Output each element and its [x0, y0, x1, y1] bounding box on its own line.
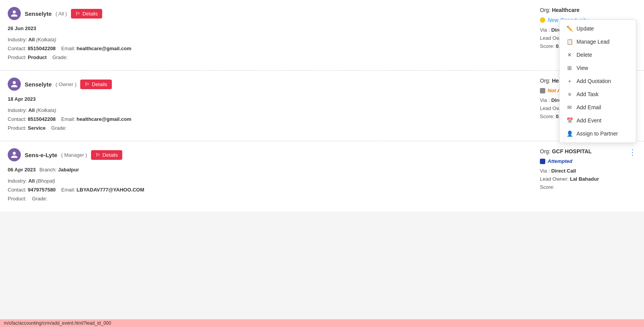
dropdown-add-event[interactable]: 📅 Add Event: [560, 114, 636, 127]
score-row: Score:: [540, 184, 636, 190]
lead-role: ( Owner ): [56, 81, 76, 87]
person-icon: 👤: [566, 130, 573, 137]
details-icon: 🏳: [96, 152, 101, 158]
lead-date: 26 Jun 2023: [8, 25, 528, 31]
dropdown-add-task[interactable]: ≡ Add Task: [560, 88, 636, 101]
lead-card-left: Senselyte ( Owner ) 🏳 Details 18 Apr 202…: [8, 78, 528, 134]
owner-row: Lead Owner: Lal Bahadur: [540, 176, 636, 182]
avatar: [8, 7, 21, 20]
lead-contact: Contact: 8515042208 Email: healthcare@gm…: [8, 46, 528, 51]
dropdown-delete[interactable]: ✕ Delete: [560, 48, 636, 61]
dropdown-add-quotation[interactable]: + Add Quotation: [560, 75, 636, 88]
via-row: Via : Direct Call: [540, 168, 636, 174]
lead-industry: Industry: All (Kolkata): [8, 37, 528, 42]
lead-date: 18 Apr 2023: [8, 96, 528, 102]
dropdown-add-email[interactable]: ✉ Add Email: [560, 101, 636, 114]
status-dot: [540, 17, 545, 23]
grid-icon: ⊞: [566, 65, 573, 71]
three-dots-menu-button[interactable]: ⋮: [626, 147, 639, 157]
details-button[interactable]: 🏳 Details: [80, 80, 112, 89]
lead-branch: Branch: Jabalpur: [39, 167, 79, 173]
lead-card-right: Org: GCF HOSPITAL Attempted Via : Direct…: [528, 148, 636, 192]
event-icon: 📅: [566, 117, 573, 124]
details-icon: 🏳: [76, 11, 81, 17]
org-name: Org: GCF HOSPITAL: [540, 148, 636, 154]
lead-card: Senselyte ( Owner ) 🏳 Details 18 Apr 202…: [0, 71, 644, 141]
email-icon: ✉: [566, 104, 573, 110]
lead-card: Sens-e-Lyte ( Manager ) 🏳 Details 06 Apr…: [0, 141, 644, 212]
org-name: Org: Healthcare: [540, 7, 636, 13]
details-icon: 🏳: [85, 81, 90, 87]
avatar: [8, 148, 21, 161]
avatar: [8, 78, 21, 91]
lead-name: Senselyte: [25, 81, 52, 88]
lead-name: Sens-e-Lyte: [25, 152, 57, 158]
dropdown-update[interactable]: ✏️ Update: [560, 22, 636, 35]
lead-industry: Industry: All (Kolkata): [8, 107, 528, 113]
task-icon: ≡: [566, 91, 573, 97]
status-dot: [540, 88, 545, 93]
dropdown-assign-partner[interactable]: 👤 Assign to Partner: [560, 127, 636, 140]
lead-card-left: Sens-e-Lyte ( Manager ) 🏳 Details 06 Apr…: [8, 148, 528, 205]
dropdown-manage-lead[interactable]: 📋 Manage Lead: [560, 35, 636, 48]
dropdown-view[interactable]: ⊞ View: [560, 61, 636, 75]
lead-list: Senselyte ( All ) 🏳 Details 26 Jun 2023 …: [0, 0, 644, 212]
lead-product: Product: Service Grade:: [8, 125, 528, 131]
lead-contact: Contact: 8515042208 Email: healthcare@gm…: [8, 116, 528, 122]
details-button[interactable]: 🏳 Details: [71, 9, 103, 19]
delete-icon: ✕: [566, 52, 573, 58]
calendar-icon: 📋: [566, 39, 573, 45]
lead-contact: Contact: 9479757580 Email: LBYADAV777@YA…: [8, 187, 528, 193]
edit-icon: ✏️: [566, 25, 573, 32]
context-menu: ✏️ Update 📋 Manage Lead ✕ Delete ⊞ View …: [559, 19, 636, 143]
lead-card-left: Senselyte ( All ) 🏳 Details 26 Jun 2023 …: [8, 7, 528, 63]
lead-header: Sens-e-Lyte ( Manager ) 🏳 Details: [8, 148, 528, 161]
lead-header: Senselyte ( All ) 🏳 Details: [8, 7, 528, 20]
status-text: Attempted: [548, 158, 572, 164]
details-button[interactable]: 🏳 Details: [91, 150, 123, 160]
lead-header: Senselyte ( Owner ) 🏳 Details: [8, 78, 528, 91]
lead-date: 06 Apr 2023 Branch: Jabalpur: [8, 167, 528, 173]
lead-card: Senselyte ( All ) 🏳 Details 26 Jun 2023 …: [0, 0, 644, 71]
lead-role: ( All ): [56, 11, 67, 17]
status-dot: [540, 159, 545, 164]
lead-product: Product: Grade:: [8, 196, 528, 202]
status-badge: Attempted: [540, 158, 572, 164]
lead-product: Product: Product Grade:: [8, 54, 528, 60]
plus-icon: +: [566, 78, 573, 84]
lead-industry: Industry: All (Bhopal): [8, 178, 528, 184]
lead-role: ( Manager ): [61, 152, 87, 158]
lead-name: Senselyte: [25, 10, 52, 17]
